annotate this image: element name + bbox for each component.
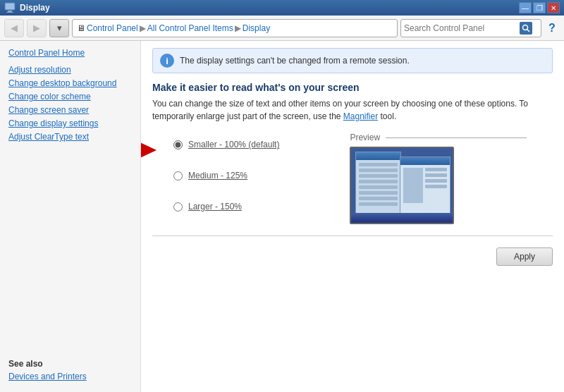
restore-button[interactable]: ❐ bbox=[533, 2, 546, 13]
preview-label: Preview bbox=[350, 133, 527, 142]
red-arrow: ➤ bbox=[141, 133, 156, 167]
title-bar: Display — ❐ ✕ bbox=[0, 0, 564, 16]
magnifier-link[interactable]: Magnifier bbox=[343, 111, 378, 121]
search-button[interactable] bbox=[520, 22, 532, 35]
sidebar-item-change-screensaver[interactable]: Change screen saver bbox=[8, 105, 132, 115]
address-bar: ◀ ▶ ▾ 🖥 Control Panel ▶ All Control Pane… bbox=[0, 16, 564, 41]
window-title: Display bbox=[20, 3, 50, 13]
svg-rect-2 bbox=[6, 12, 13, 13]
content-area: i The display settings can't be changed … bbox=[141, 41, 564, 392]
sidebar-home-link[interactable]: Control Panel Home bbox=[8, 48, 132, 58]
monitor-icon bbox=[4, 2, 16, 13]
breadcrumb: 🖥 Control Panel ▶ All Control Panel Item… bbox=[72, 19, 398, 37]
forward-button[interactable]: ▶ bbox=[27, 19, 47, 37]
radio-smaller[interactable] bbox=[173, 140, 183, 149]
sidebar-devices-printers[interactable]: Devices and Printers bbox=[8, 372, 132, 381]
radio-medium[interactable] bbox=[173, 171, 183, 180]
content-description: You can change the size of text and othe… bbox=[152, 97, 553, 123]
info-icon: i bbox=[160, 54, 174, 68]
option-larger[interactable]: Larger - 150% bbox=[173, 202, 279, 212]
title-bar-content: Display bbox=[4, 2, 50, 13]
search-icon bbox=[522, 24, 530, 32]
radio-group: Smaller - 100% (default) Medium - 125% L… bbox=[152, 133, 279, 212]
breadcrumb-all-items[interactable]: All Control Panel Items bbox=[147, 23, 233, 33]
apply-button[interactable]: Apply bbox=[496, 247, 553, 266]
preview-area: Preview bbox=[350, 133, 527, 224]
desc-end: tool. bbox=[381, 111, 397, 121]
content-heading: Make it easier to read what's on your sc… bbox=[152, 82, 553, 93]
option-larger-label: Larger - 150% bbox=[188, 202, 242, 212]
option-medium-label: Medium - 125% bbox=[188, 171, 247, 180]
option-smaller-label: Smaller - 100% (default) bbox=[188, 140, 279, 149]
breadcrumb-display[interactable]: Display bbox=[243, 23, 270, 33]
sidebar-item-cleartype[interactable]: Adjust ClearType text bbox=[8, 132, 132, 142]
info-message: The display settings can't be changed fr… bbox=[180, 56, 410, 66]
see-also-section: See also Devices and Printers bbox=[8, 350, 132, 385]
bottom-divider bbox=[152, 235, 553, 236]
breadcrumb-control-panel[interactable]: Control Panel bbox=[87, 23, 138, 33]
title-bar-controls: — ❐ ✕ bbox=[519, 2, 560, 13]
svg-rect-0 bbox=[5, 3, 15, 10]
search-box bbox=[400, 19, 541, 37]
svg-rect-1 bbox=[8, 11, 12, 12]
help-button[interactable]: ? bbox=[544, 20, 560, 36]
desc-text: You can change the size of text and othe… bbox=[152, 99, 528, 121]
search-input[interactable] bbox=[404, 23, 517, 33]
option-smaller[interactable]: Smaller - 100% (default) bbox=[173, 140, 279, 149]
preview-image bbox=[350, 147, 454, 224]
preview-taskbar bbox=[351, 213, 453, 223]
close-button[interactable]: ✕ bbox=[547, 2, 560, 13]
svg-point-3 bbox=[523, 25, 528, 30]
sidebar-item-change-desktop[interactable]: Change desktop background bbox=[8, 78, 132, 88]
info-bar: i The display settings can't be changed … bbox=[152, 48, 553, 73]
dropdown-button[interactable]: ▾ bbox=[49, 19, 69, 37]
sidebar-item-change-color[interactable]: Change color scheme bbox=[8, 92, 132, 102]
option-medium[interactable]: Medium - 125% bbox=[173, 171, 279, 180]
sidebar-item-adjust-resolution[interactable]: Adjust resolution bbox=[8, 65, 132, 75]
radio-larger[interactable] bbox=[173, 202, 183, 212]
sidebar-item-change-display[interactable]: Change display settings bbox=[8, 118, 132, 128]
apply-area: Apply bbox=[152, 247, 553, 266]
minimize-button[interactable]: — bbox=[519, 2, 532, 13]
computer-icon: 🖥 bbox=[77, 23, 85, 33]
main-layout: Control Panel Home Adjust resolution Cha… bbox=[0, 41, 564, 392]
see-also-title: See also bbox=[8, 359, 132, 369]
sidebar: Control Panel Home Adjust resolution Cha… bbox=[0, 41, 141, 392]
svg-line-4 bbox=[527, 29, 530, 32]
back-button[interactable]: ◀ bbox=[4, 19, 24, 37]
